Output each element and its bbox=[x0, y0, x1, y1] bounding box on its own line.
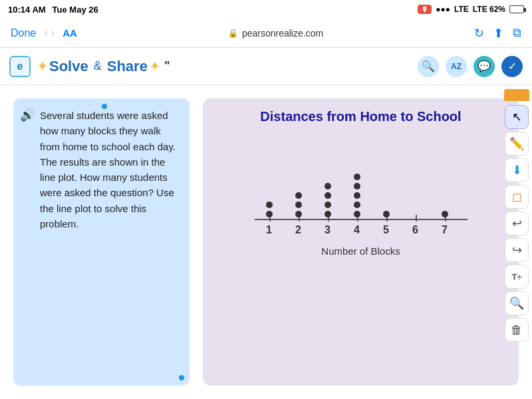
ampersand-label: & bbox=[90, 59, 105, 73]
nav-bar: Done ‹ › AA 🔒 pearsonrealize.com ↻ ⬆ ⧉ bbox=[0, 19, 532, 48]
dot-4-2 bbox=[354, 201, 360, 208]
pencil-tool-button[interactable]: ✏️ bbox=[505, 132, 529, 156]
signal-icon: ●●● bbox=[436, 5, 450, 14]
cursor-icon: ↖ bbox=[512, 110, 522, 124]
az-icon[interactable]: AZ bbox=[446, 56, 467, 77]
back-button[interactable]: ‹ bbox=[44, 26, 48, 40]
message-icon[interactable]: 💬 bbox=[473, 56, 495, 77]
dot-2-1 bbox=[295, 211, 302, 217]
star-right-icon: ✦ bbox=[150, 59, 160, 74]
stamp-tool-button[interactable]: ⬇ bbox=[505, 158, 529, 182]
eraser-tool-button[interactable]: ◻ bbox=[505, 185, 529, 209]
quote-label: " bbox=[164, 59, 170, 73]
dot-3-2 bbox=[325, 201, 331, 208]
header-right-icons: 🔍 AZ 💬 ✓ bbox=[418, 56, 523, 77]
cursor-tool-button[interactable]: ↖ bbox=[505, 105, 529, 129]
chart-title: Distances from Home to School bbox=[260, 109, 461, 124]
dot-1-2 bbox=[266, 201, 273, 208]
audio-icon[interactable]: 🔊 bbox=[20, 106, 35, 125]
dot-5-1 bbox=[383, 211, 390, 217]
text-size-button[interactable]: AA bbox=[63, 27, 77, 39]
dot-1-1 bbox=[266, 211, 273, 217]
lte-label: LTE bbox=[454, 5, 469, 14]
done-button[interactable]: Done bbox=[11, 27, 36, 39]
x-axis-label: Number of Blocks bbox=[321, 245, 400, 257]
trash-icon: 🗑 bbox=[511, 323, 523, 337]
pearson-logo: e bbox=[9, 56, 31, 77]
lock-icon: 🔒 bbox=[228, 29, 238, 38]
dot-3-4 bbox=[325, 183, 331, 190]
share-label: Share bbox=[107, 58, 148, 75]
redo-button[interactable]: ↪ bbox=[505, 238, 529, 262]
status-bar: 10:14 AM Tue May 26 🎙 ●●● LTE LTE 62% bbox=[0, 0, 532, 19]
zoom-icon: 🔍 bbox=[509, 296, 524, 311]
url-bar[interactable]: 🔒 pearsonrealize.com bbox=[85, 28, 466, 39]
trash-button[interactable]: 🗑 bbox=[505, 318, 529, 342]
time-display: 10:14 AM bbox=[8, 5, 46, 15]
x-label-6: 6 bbox=[412, 224, 418, 236]
right-toolbar: ↖ ✏️ ⬇ ◻ ↩ ↪ T÷ 🔍 🗑 bbox=[501, 85, 532, 399]
main-content: 🔊 Several students were asked how many b… bbox=[0, 85, 532, 399]
zoom-tool-button[interactable]: 🔍 bbox=[505, 291, 529, 315]
reload-button[interactable]: ↻ bbox=[474, 26, 484, 41]
toolbar-drag-handle bbox=[504, 89, 529, 101]
undo-icon: ↩ bbox=[512, 216, 522, 231]
undo-button[interactable]: ↩ bbox=[505, 211, 529, 235]
dot-4-1 bbox=[354, 211, 360, 217]
url-text: pearsonrealize.com bbox=[242, 28, 323, 39]
battery-percent: LTE 62% bbox=[473, 5, 505, 14]
x-label-5: 5 bbox=[383, 224, 389, 236]
solve-label: Solve bbox=[49, 58, 88, 75]
dot-3-1 bbox=[325, 211, 331, 217]
star-left-icon: ✦ bbox=[37, 59, 47, 74]
top-handle bbox=[102, 104, 107, 109]
dot-3-3 bbox=[325, 192, 331, 199]
eraser-icon: ◻ bbox=[512, 190, 522, 204]
stamp-icon: ⬇ bbox=[512, 163, 522, 178]
line-plot-area: 1 2 3 4 5 6 7 bbox=[216, 134, 505, 375]
bottom-handle bbox=[179, 375, 184, 380]
solve-share-title: ✦ Solve & Share ✦ " bbox=[37, 58, 170, 75]
dot-4-4 bbox=[354, 183, 360, 190]
mic-icon: 🎙 bbox=[418, 5, 432, 14]
share-button[interactable]: ⬆ bbox=[493, 26, 503, 41]
x-label-4: 4 bbox=[354, 224, 360, 236]
dot-7-1 bbox=[442, 211, 448, 217]
x-label-1: 1 bbox=[266, 224, 272, 236]
text-icon: T÷ bbox=[511, 272, 521, 282]
problem-box: 🔊 Several students were asked how many b… bbox=[13, 98, 190, 386]
search-magnify-icon[interactable]: 🔍 bbox=[418, 56, 439, 77]
text-tool-button[interactable]: T÷ bbox=[505, 265, 529, 289]
dot-2-3 bbox=[295, 192, 302, 199]
dot-2-2 bbox=[295, 201, 302, 208]
forward-button[interactable]: › bbox=[51, 26, 55, 40]
x-label-7: 7 bbox=[442, 224, 448, 236]
redo-icon: ↪ bbox=[512, 243, 522, 257]
axis-line bbox=[255, 219, 467, 220]
dot-4-5 bbox=[354, 174, 360, 180]
plot-dots-container: 1 2 3 4 5 6 7 bbox=[255, 134, 467, 220]
battery-icon bbox=[509, 5, 524, 13]
problem-text: Several students were asked how many blo… bbox=[40, 108, 180, 231]
checkmark-icon[interactable]: ✓ bbox=[501, 56, 523, 77]
tick-6 bbox=[416, 215, 417, 221]
chart-box: Distances from Home to School 1 2 3 4 5 bbox=[203, 98, 519, 386]
pencil-icon: ✏️ bbox=[509, 136, 524, 151]
x-label-3: 3 bbox=[325, 224, 331, 236]
tabs-button[interactable]: ⧉ bbox=[513, 26, 521, 40]
dot-4-3 bbox=[354, 192, 360, 199]
app-header: e ✦ Solve & Share ✦ " 🔍 AZ 💬 ✓ bbox=[0, 48, 532, 85]
x-label-2: 2 bbox=[295, 224, 301, 236]
date-display: Tue May 26 bbox=[53, 5, 98, 15]
